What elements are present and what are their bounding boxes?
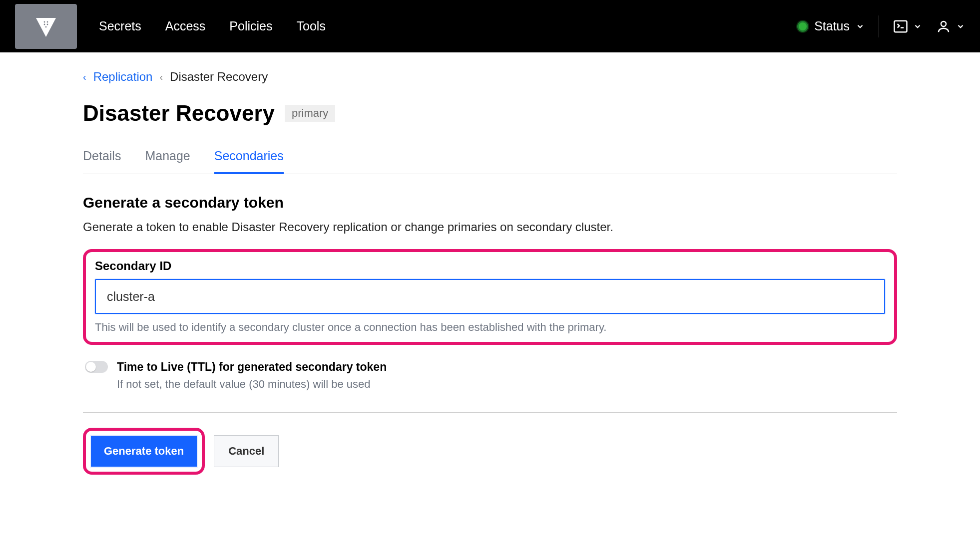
chevron-left-icon: ‹ [159,71,163,83]
ttl-row: Time to Live (TTL) for generated seconda… [83,359,897,392]
toggle-knob [86,362,96,372]
status-dropdown[interactable]: Status [797,19,865,33]
tab-details[interactable]: Details [83,149,121,174]
breadcrumb: ‹ Replication ‹ Disaster Recovery [83,70,897,84]
svg-point-1 [44,21,45,22]
cancel-button[interactable]: Cancel [214,435,279,467]
nav-tools[interactable]: Tools [297,19,326,33]
nav-policies[interactable]: Policies [229,19,272,33]
status-indicator-icon [797,21,808,32]
status-label: Status [814,19,850,33]
svg-point-5 [45,26,47,27]
breadcrumb-replication[interactable]: Replication [93,70,153,84]
breadcrumb-current: Disaster Recovery [170,70,268,84]
actions: Generate token Cancel [83,428,897,475]
nav-links: Secrets Access Policies Tools [99,19,326,33]
svg-point-7 [941,21,946,26]
tab-secondaries[interactable]: Secondaries [214,149,284,174]
ttl-desc: If not set, the default value (30 minute… [117,377,387,392]
nav-access[interactable]: Access [165,19,206,33]
topbar: Secrets Access Policies Tools Status [0,0,980,52]
chevron-down-icon [856,22,865,31]
divider [879,15,879,37]
svg-point-3 [44,23,45,25]
ttl-title: Time to Live (TTL) for generated seconda… [117,359,387,375]
console-dropdown[interactable] [893,19,922,34]
section-title: Generate a secondary token [83,194,897,211]
chevron-left-icon: ‹ [83,71,86,83]
page-title: Disaster Recovery [83,101,275,126]
primary-badge: primary [285,105,335,122]
section-desc: Generate a token to enable Disaster Reco… [83,220,897,234]
logo[interactable] [15,4,77,49]
svg-point-2 [47,21,48,22]
svg-point-4 [47,23,48,25]
svg-rect-6 [895,20,907,32]
generate-highlight: Generate token [83,428,205,475]
secondary-id-label: Secondary ID [95,259,885,273]
vault-logo-icon [33,14,58,39]
secondary-id-highlight: Secondary ID This will be used to identi… [83,249,897,345]
terminal-icon [893,19,908,34]
tabs: Details Manage Secondaries [83,149,897,174]
generate-token-button[interactable]: Generate token [91,436,197,467]
secondary-id-input[interactable] [95,279,885,314]
topbar-right: Status [797,15,965,37]
page-title-row: Disaster Recovery primary [83,101,897,126]
divider [83,412,897,413]
ttl-text: Time to Live (TTL) for generated seconda… [117,359,387,392]
user-icon [936,19,951,34]
ttl-toggle[interactable] [85,361,108,373]
user-dropdown[interactable] [936,19,965,34]
main-content: ‹ Replication ‹ Disaster Recovery Disast… [40,52,940,505]
chevron-down-icon [956,22,965,31]
nav-secrets[interactable]: Secrets [99,19,141,33]
tab-manage[interactable]: Manage [145,149,190,174]
secondary-id-hint: This will be used to identify a secondar… [95,321,885,334]
chevron-down-icon [913,22,922,31]
